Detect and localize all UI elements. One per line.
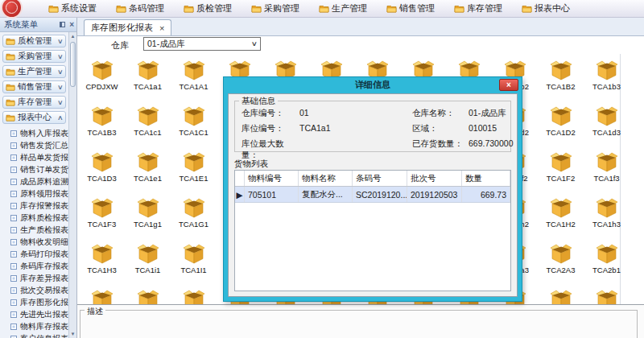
sidebar-report-item[interactable]: 条码库存报表: [0, 260, 68, 272]
sidebar-close-icon[interactable]: ×: [69, 21, 74, 29]
scroll-up-icon[interactable]: ▲: [69, 34, 76, 39]
description-lines: 条 码: B01001500027库存数量: 669.73最大数量:: [80, 311, 637, 338]
sidebar-group-header[interactable]: 质检管理 ∨: [2, 35, 66, 47]
bin-cell[interactable]: TCA1B2: [538, 60, 584, 105]
sidebar-report-item[interactable]: 原料领用报表: [0, 188, 68, 200]
bin-label: TCA1D2: [546, 128, 575, 137]
sidebar-report-item[interactable]: 生产质检报表: [0, 224, 68, 236]
bin-cell[interactable]: TCA1D2: [538, 105, 584, 151]
bin-cell[interactable]: TCA2b1: [584, 243, 630, 289]
bin-cell[interactable]: [125, 289, 171, 304]
bin-cell[interactable]: TCA1f3: [584, 151, 630, 197]
bin-cell[interactable]: [79, 289, 125, 304]
bin-cell[interactable]: TCA1G1: [171, 197, 217, 243]
col-quantity[interactable]: 数量: [462, 171, 510, 186]
scrollbar-thumb[interactable]: [70, 42, 76, 87]
bin-cell[interactable]: TCA1A1: [171, 60, 217, 105]
goods-table-row[interactable]: ▶ 705101 复配水分... SC2019120... 2019120503…: [235, 187, 510, 203]
col-material-no[interactable]: 物料编号: [245, 171, 299, 186]
bin-cell[interactable]: [584, 289, 630, 304]
sidebar-report-item[interactable]: 销售订单发货...: [0, 163, 68, 175]
bin-cell[interactable]: TCA1C1: [171, 105, 217, 151]
bin-cell[interactable]: TCA1e1: [125, 151, 171, 197]
description-groupbox: 描述 条 码: B01001500027库存数量: 669.73最大数量:: [80, 310, 638, 338]
col-material-name[interactable]: 物料名称: [299, 171, 353, 186]
dialog-close-button[interactable]: ×: [499, 79, 518, 91]
bin-cell[interactable]: TCA1F2: [538, 151, 584, 197]
bin-label: TCA1c1: [134, 128, 161, 137]
menu-item[interactable]: 质检管理: [184, 0, 232, 18]
cell-material-no: 705101: [245, 187, 299, 202]
sidebar-report-item[interactable]: 批次交易报表: [0, 284, 68, 296]
bin-cell[interactable]: TCA1H3: [79, 243, 125, 289]
sidebar-group-header[interactable]: 报表中心 ∧: [2, 111, 66, 124]
bin-label: TCA1D3: [87, 174, 116, 183]
sidebar-report-item[interactable]: 销售发货汇总...: [0, 139, 68, 151]
bin-cell[interactable]: TCA1b3: [584, 60, 630, 105]
tab-label: 库存图形化报表: [91, 22, 153, 34]
menu-item[interactable]: 条码管理: [116, 0, 164, 18]
bin-cell[interactable]: TCA1d3: [584, 105, 630, 151]
sidebar-report-item[interactable]: 成品原料追溯...: [0, 175, 68, 188]
bin-cell[interactable]: TCA1i1: [125, 243, 171, 289]
sidebar-report-item[interactable]: 客户信息报表: [0, 332, 68, 338]
bin-label: TCA1A1: [180, 82, 208, 91]
bin-cell[interactable]: TCA2A3: [538, 243, 584, 289]
sidebar-report-item[interactable]: 样品单发货报表: [0, 151, 68, 163]
open-box-icon: [594, 244, 620, 264]
sidebar-group-header[interactable]: 生产管理 ∨: [2, 65, 66, 78]
sidebar-report-item[interactable]: 先进先出报表: [0, 308, 68, 320]
bin-cell[interactable]: TCA1E1: [171, 151, 217, 197]
chevron-down-icon: ∨: [251, 40, 258, 47]
tab-close-icon[interactable]: ×: [159, 23, 164, 33]
bin-cell[interactable]: TCA1a1: [125, 60, 171, 105]
sidebar-groups: 质检管理 ∨ 采购管理 ∨ 生产管理: [0, 35, 68, 124]
bin-cell[interactable]: TCA1g1: [125, 197, 171, 243]
bin-label: TCA1I1: [180, 266, 206, 274]
bin-cell[interactable]: TCA1c1: [125, 105, 171, 151]
sidebar-report-label: 条码打印报表: [20, 249, 68, 260]
bin-label: TCA1g1: [134, 220, 162, 229]
sidebar-report-item[interactable]: 物料入库报表: [0, 127, 68, 139]
menu-item[interactable]: 系统设置: [48, 0, 97, 18]
sidebar-report-item[interactable]: 条码打印报表: [0, 248, 68, 260]
chevron-icon: ∧: [57, 114, 64, 122]
menu-item[interactable]: 销售管理: [386, 0, 435, 18]
bin-cell[interactable]: [538, 289, 584, 304]
menu-item[interactable]: 库存管理: [454, 0, 502, 18]
bin-label: TCA1H3: [87, 266, 116, 274]
sidebar-report-item[interactable]: 物料库存报表: [0, 320, 68, 332]
bin-cell[interactable]: TCA1I1: [171, 243, 217, 289]
bin-cell[interactable]: CPDJXW: [79, 60, 125, 105]
tab-inventory-graphic-report[interactable]: 库存图形化报表 ×: [84, 19, 171, 35]
sidebar-header: 系统菜单 ×: [0, 18, 76, 32]
sidebar-scrollbar[interactable]: ▲ ▼: [68, 32, 76, 338]
open-box-icon: [89, 290, 115, 304]
bin-cell[interactable]: TCA1B3: [79, 105, 125, 151]
sidebar-group-header[interactable]: 采购管理 ∨: [2, 50, 66, 63]
sidebar-group-header[interactable]: 销售管理 ∨: [2, 80, 66, 93]
sidebar-report-item[interactable]: 库存图形化报表: [0, 296, 68, 308]
open-box-icon: [181, 244, 207, 264]
bin-cell[interactable]: TCA1D3: [79, 151, 125, 197]
menu-item[interactable]: 生产管理: [319, 0, 367, 18]
warehouse-select[interactable]: 01-成品库 ∨: [143, 37, 261, 51]
sidebar-group-header[interactable]: 库存管理 ∨: [2, 96, 66, 109]
basic-info-label: 基础信息: [239, 96, 278, 107]
bin-cell[interactable]: TCA1h3: [584, 197, 630, 243]
scroll-down-icon[interactable]: ▼: [69, 332, 76, 336]
bin-cell[interactable]: TCA1H2: [538, 197, 584, 243]
sidebar-report-item[interactable]: 原料质检报表: [0, 212, 68, 224]
menu-item[interactable]: 采购管理: [251, 0, 299, 18]
bin-cell[interactable]: TCA1F3: [79, 197, 125, 243]
bin-cell[interactable]: [171, 289, 217, 304]
menu-item[interactable]: 报表中心: [522, 0, 570, 18]
col-barcode[interactable]: 条码号: [353, 171, 407, 186]
field-label: 区域：: [412, 123, 469, 134]
col-batch-no[interactable]: 批次号: [407, 171, 462, 186]
sidebar-report-item[interactable]: 库存差异报表: [0, 272, 68, 284]
sidebar-report-item[interactable]: 物料收发明细...: [0, 236, 68, 248]
sidebar-report-item[interactable]: 库存报警报表: [0, 200, 68, 212]
pin-icon[interactable]: [60, 22, 65, 27]
report-icon: [10, 263, 17, 270]
